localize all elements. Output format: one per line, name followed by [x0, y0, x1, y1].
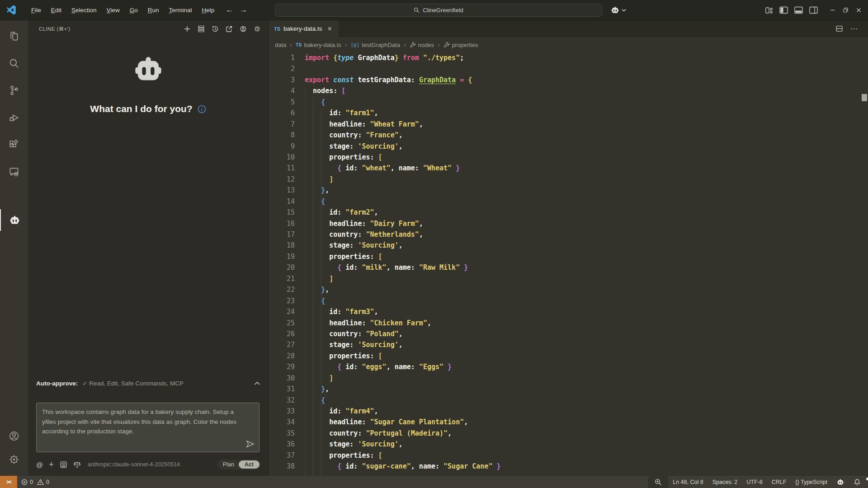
- code-line[interactable]: 33 id: "farm4",: [269, 406, 861, 417]
- info-icon[interactable]: [198, 105, 206, 113]
- breadcrumb-symbol-variable[interactable]: [@]testGraphData: [350, 42, 400, 48]
- more-actions-button[interactable]: ⋯: [850, 24, 858, 33]
- code-line[interactable]: 26 country: "Poland",: [269, 328, 861, 339]
- notifications-bell-icon[interactable]: [849, 479, 868, 486]
- cline-sidebar-icon[interactable]: [0, 209, 28, 231]
- chat-input[interactable]: This workspace contains graph data for a…: [36, 403, 259, 452]
- code-line[interactable]: 4 nodes: [: [269, 85, 861, 96]
- eol-status[interactable]: CRLF: [767, 479, 791, 485]
- menu-selection[interactable]: Selection: [66, 5, 102, 15]
- code-line[interactable]: 12 ]: [269, 174, 861, 185]
- code-line[interactable]: 11 { id: "wheat", name: "Wheat" }: [269, 163, 861, 174]
- code-line[interactable]: 21 ]: [269, 273, 861, 284]
- code-line[interactable]: 1import {type GraphData} from "./types";: [269, 52, 861, 63]
- toggle-secondary-sidebar-button[interactable]: [809, 6, 818, 14]
- restore-button[interactable]: [843, 7, 849, 13]
- plan-act-toggle[interactable]: Plan Act: [217, 460, 260, 469]
- code-line[interactable]: 14 {: [269, 196, 861, 207]
- menu-go[interactable]: Go: [125, 5, 143, 15]
- problems-status[interactable]: 0 0: [17, 476, 53, 488]
- customize-layout-button[interactable]: [765, 6, 773, 14]
- chevron-up-icon[interactable]: [254, 381, 260, 385]
- code-line[interactable]: 30 ]: [269, 373, 861, 384]
- split-editor-button[interactable]: [835, 25, 843, 33]
- encoding-status[interactable]: UTF-8: [742, 479, 767, 485]
- code-line[interactable]: 15 id: "farm2",: [269, 207, 861, 218]
- code-line[interactable]: 28 properties: [: [269, 351, 861, 361]
- open-in-editor-button[interactable]: [226, 25, 233, 33]
- source-control-icon[interactable]: [0, 80, 28, 101]
- code-line[interactable]: 2: [269, 63, 861, 74]
- minimize-button[interactable]: [830, 7, 835, 13]
- zoom-status[interactable]: [648, 476, 668, 488]
- code-line[interactable]: 10 properties: [: [269, 152, 861, 163]
- mcp-servers-button[interactable]: [198, 25, 205, 33]
- search-icon[interactable]: [0, 52, 28, 74]
- go-forward-button[interactable]: →: [240, 5, 247, 14]
- code-line[interactable]: 35 country: "Portugal (Madeira)",: [269, 428, 861, 439]
- code-line[interactable]: 8 country: "France",: [269, 130, 861, 141]
- menu-help[interactable]: Help: [197, 5, 219, 15]
- indentation-status[interactable]: Spaces: 2: [708, 479, 742, 485]
- code-line[interactable]: 23 {: [269, 296, 861, 306]
- extensions-icon[interactable]: [0, 134, 28, 155]
- remote-indicator[interactable]: ><: [0, 476, 17, 488]
- command-center-search[interactable]: ClineGreenfield: [275, 4, 602, 17]
- account-button[interactable]: [240, 25, 247, 33]
- code-line[interactable]: 3export const testGraphData: GraphData =…: [269, 75, 861, 85]
- new-task-button[interactable]: [184, 25, 191, 33]
- menu-edit[interactable]: Edit: [46, 5, 66, 15]
- code-line[interactable]: 22 },: [269, 284, 861, 295]
- rules-button[interactable]: [60, 461, 67, 469]
- go-back-button[interactable]: ←: [226, 5, 233, 14]
- act-mode-option[interactable]: Act: [239, 460, 259, 469]
- settings-gear-icon[interactable]: [0, 449, 28, 470]
- code-line[interactable]: 9 stage: 'Sourcing',: [269, 141, 861, 152]
- code-line[interactable]: 5 {: [269, 97, 861, 108]
- cline-settings-button[interactable]: [254, 25, 261, 33]
- menu-view[interactable]: View: [102, 5, 125, 15]
- editor-scrollbar-thumb[interactable]: [862, 94, 867, 101]
- toggle-primary-sidebar-button[interactable]: [779, 6, 788, 14]
- auto-approve-bar[interactable]: Auto-approve: ✓ Read, Edit, Safe Command…: [36, 380, 260, 387]
- code-line[interactable]: 16 headline: "Dairy Farm",: [269, 218, 861, 229]
- explorer-icon[interactable]: [0, 25, 28, 47]
- code-line[interactable]: 20 { id: "milk", name: "Raw Milk" }: [269, 262, 861, 273]
- tab-bakery-data[interactable]: TS bakery-data.ts ×: [269, 20, 339, 37]
- code-line[interactable]: 24 id: "farm3",: [269, 306, 861, 317]
- code-line[interactable]: 13 },: [269, 185, 861, 196]
- code-line[interactable]: 18 stage: 'Sourcing',: [269, 240, 861, 251]
- remote-explorer-icon[interactable]: [0, 161, 28, 183]
- code-line[interactable]: 25 headline: "Chicken Farm",: [269, 318, 861, 328]
- add-context-button[interactable]: +: [49, 460, 54, 469]
- plan-mode-option[interactable]: Plan: [223, 461, 234, 468]
- breadcrumb-folder[interactable]: data: [275, 42, 286, 48]
- close-tab-icon[interactable]: ×: [328, 25, 332, 33]
- code-line[interactable]: 6 id: "farm1",: [269, 108, 861, 118]
- run-debug-icon[interactable]: [0, 107, 28, 128]
- mention-button[interactable]: @: [36, 461, 43, 469]
- code-line[interactable]: 38 { id: "sugar-cane", name: "Sugar Cane…: [269, 461, 861, 472]
- code-editor[interactable]: 1import {type GraphData} from "./types";…: [269, 52, 861, 476]
- code-line[interactable]: 7 headline: "Wheat Farm",: [269, 119, 861, 130]
- menu-file[interactable]: File: [26, 5, 46, 15]
- model-id-label[interactable]: anthropic:claude-sonnet-4-20250514: [88, 461, 180, 468]
- menu-run[interactable]: Run: [143, 5, 164, 15]
- cline-status-icon[interactable]: [832, 478, 849, 486]
- code-line[interactable]: 17 country: "Netherlands",: [269, 229, 861, 240]
- toggle-panel-button[interactable]: [794, 6, 803, 14]
- code-line[interactable]: 36 stage: 'Sourcing',: [269, 439, 861, 450]
- code-line[interactable]: 32 {: [269, 395, 861, 406]
- language-status[interactable]: {} TypeScript: [791, 479, 832, 485]
- code-line[interactable]: 29 { id: "eggs", name: "Eggs" }: [269, 361, 861, 372]
- breadcrumb-symbol-nodes[interactable]: nodes: [410, 42, 434, 48]
- breadcrumb-file[interactable]: TSbakery-data.ts: [296, 42, 341, 48]
- model-provider-icon[interactable]: [73, 461, 81, 469]
- history-button[interactable]: [212, 25, 219, 33]
- breadcrumb-symbol-properties[interactable]: properties: [443, 42, 478, 48]
- cursor-position[interactable]: Ln 48, Col 8: [668, 479, 708, 485]
- send-button[interactable]: [245, 440, 255, 448]
- code-line[interactable]: 19 properties: [: [269, 251, 861, 262]
- menu-terminal[interactable]: Terminal: [164, 5, 197, 15]
- code-line[interactable]: 27 stage: 'Sourcing',: [269, 339, 861, 350]
